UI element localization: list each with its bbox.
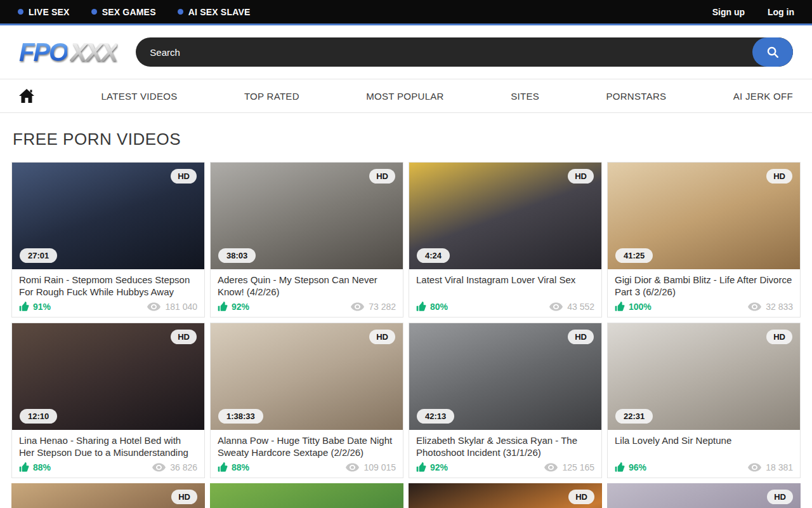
link-label: LIVE SEX bbox=[29, 7, 70, 17]
video-meta: 96% 18 381 bbox=[615, 462, 793, 472]
video-card[interactable]: HD 12:10 Lina Henao - Sharing a Hotel Be… bbox=[11, 323, 205, 478]
login-link[interactable]: Log in bbox=[768, 7, 794, 17]
hd-badge: HD bbox=[369, 330, 395, 344]
video-title: Romi Rain - Stepmom Seduces Stepson For … bbox=[19, 274, 197, 298]
video-thumbnail[interactable]: HD bbox=[409, 483, 602, 508]
views-count: 109 015 bbox=[363, 462, 396, 472]
video-thumbnail[interactable]: HD 38:03 bbox=[211, 163, 403, 269]
rating-value: 80% bbox=[430, 302, 448, 312]
views-count: 125 165 bbox=[562, 462, 594, 472]
hd-badge: HD bbox=[171, 330, 197, 344]
video-title: Gigi Dior & Bambi Blitz - Life After Div… bbox=[615, 274, 793, 298]
video-card[interactable]: HD bbox=[11, 483, 205, 508]
video-thumbnail[interactable]: HD 27:01 bbox=[12, 163, 204, 269]
duration-badge: 27:01 bbox=[20, 248, 57, 263]
video-card[interactable]: HD 42:13 Elizabeth Skylar & Jessica Ryan… bbox=[409, 323, 602, 478]
video-thumbnail[interactable]: HD 22:31 bbox=[608, 323, 800, 430]
video-card[interactable]: HD bbox=[607, 483, 801, 508]
video-info: Aderes Quin - My Stepson Can Never Know!… bbox=[211, 269, 403, 317]
link-live-sex[interactable]: LIVE SEX bbox=[18, 7, 70, 17]
video-grid-partial: HD HD HD bbox=[11, 483, 801, 508]
eye-icon bbox=[748, 463, 761, 472]
views: 181 040 bbox=[147, 302, 197, 312]
video-thumbnail[interactable]: HD 4:24 bbox=[409, 163, 601, 269]
link-ai-sex-slave[interactable]: AI SEX SLAVE bbox=[178, 7, 251, 17]
rating-value: 92% bbox=[232, 302, 249, 312]
search-icon bbox=[766, 45, 780, 59]
search-input[interactable] bbox=[136, 37, 752, 67]
hd-badge: HD bbox=[568, 490, 594, 504]
thumbs-up-icon bbox=[615, 302, 625, 312]
views: 43 552 bbox=[549, 302, 594, 312]
views: 36 826 bbox=[152, 462, 197, 472]
rating-value: 100% bbox=[629, 302, 652, 312]
video-title: Aderes Quin - My Stepson Can Never Know!… bbox=[218, 274, 396, 298]
account-links: Sign up Log in bbox=[712, 7, 794, 17]
video-title: Alanna Pow - Huge Titty Babe Date Night … bbox=[218, 435, 396, 459]
duration-badge: 41:25 bbox=[615, 248, 653, 263]
nav-sites[interactable]: SITES bbox=[511, 91, 539, 102]
video-card[interactable]: HD 22:31 Lila Lovely And Sir Neptune 96% bbox=[607, 323, 801, 478]
eye-icon bbox=[147, 302, 160, 311]
video-thumbnail[interactable]: HD 42:13 bbox=[409, 323, 601, 430]
eye-icon bbox=[346, 463, 359, 472]
video-thumbnail[interactable]: HD bbox=[11, 483, 205, 508]
eye-icon bbox=[549, 302, 563, 311]
video-title: Elizabeth Skylar & Jessica Ryan - The Ph… bbox=[416, 435, 594, 459]
video-title: Latest Viral Instagram Lover Viral Sex bbox=[416, 274, 594, 298]
video-info: Gigi Dior & Bambi Blitz - Life After Div… bbox=[608, 269, 800, 317]
nav-top-rated[interactable]: TOP RATED bbox=[244, 91, 299, 102]
video-thumbnail[interactable]: HD 1:38:33 bbox=[211, 323, 403, 430]
views-count: 43 552 bbox=[567, 302, 594, 312]
video-card[interactable] bbox=[210, 483, 403, 508]
logo-text-xxx: XXX bbox=[70, 38, 117, 67]
nav-ai-jerk-off[interactable]: AI JERK OFF bbox=[733, 91, 793, 102]
video-card[interactable]: HD 27:01 Romi Rain - Stepmom Seduces Ste… bbox=[11, 162, 205, 318]
hd-badge: HD bbox=[766, 330, 792, 344]
video-card[interactable]: HD bbox=[409, 483, 602, 508]
video-info: Elizabeth Skylar & Jessica Ryan - The Ph… bbox=[409, 430, 601, 478]
site-logo[interactable]: FPO XXX bbox=[19, 38, 117, 67]
thumbs-up-icon bbox=[218, 302, 228, 312]
nav-pornstars[interactable]: PORNSTARS bbox=[606, 91, 666, 102]
eye-icon bbox=[152, 463, 166, 472]
rating: 88% bbox=[218, 462, 249, 472]
signup-link[interactable]: Sign up bbox=[712, 7, 745, 17]
link-sex-games[interactable]: SEX GAMES bbox=[91, 7, 156, 17]
video-card[interactable]: HD 41:25 Gigi Dior & Bambi Blitz - Life … bbox=[607, 162, 801, 318]
thumbs-up-icon bbox=[19, 462, 29, 472]
rating: 80% bbox=[416, 302, 448, 312]
rating: 91% bbox=[19, 302, 51, 312]
nav-home[interactable] bbox=[19, 89, 34, 103]
nav-most-popular[interactable]: MOST POPULAR bbox=[366, 91, 444, 102]
duration-badge: 38:03 bbox=[218, 248, 256, 263]
bullet-icon bbox=[178, 9, 183, 15]
video-info: Lila Lovely And Sir Neptune 96% bbox=[608, 430, 800, 478]
video-thumbnail[interactable]: HD bbox=[607, 483, 801, 508]
link-label: SEX GAMES bbox=[102, 7, 156, 17]
hd-badge: HD bbox=[766, 169, 792, 184]
search-button[interactable] bbox=[752, 37, 793, 67]
hd-badge: HD bbox=[171, 490, 197, 504]
video-card[interactable]: HD 4:24 Latest Viral Instagram Lover Vir… bbox=[409, 162, 602, 318]
video-thumbnail[interactable]: HD 41:25 bbox=[608, 163, 800, 269]
views: 32 833 bbox=[748, 302, 793, 312]
views-count: 181 040 bbox=[165, 302, 197, 312]
top-bar-links: LIVE SEX SEX GAMES AI SEX SLAVE bbox=[18, 7, 251, 17]
video-card[interactable]: HD 38:03 Aderes Quin - My Stepson Can Ne… bbox=[210, 162, 403, 318]
eye-icon bbox=[544, 463, 558, 472]
video-title: Lila Lovely And Sir Neptune bbox=[615, 435, 793, 459]
rating: 92% bbox=[218, 302, 249, 312]
video-card[interactable]: HD 1:38:33 Alanna Pow - Huge Titty Babe … bbox=[210, 323, 403, 478]
main-nav: LATEST VIDEOS TOP RATED MOST POPULAR SIT… bbox=[0, 79, 812, 113]
rating-value: 88% bbox=[33, 462, 51, 472]
video-thumbnail[interactable]: HD 12:10 bbox=[12, 323, 204, 430]
video-info: Romi Rain - Stepmom Seduces Stepson For … bbox=[12, 269, 204, 317]
video-thumbnail[interactable] bbox=[210, 483, 403, 508]
thumbs-up-icon bbox=[416, 462, 426, 472]
link-label: AI SEX SLAVE bbox=[188, 7, 251, 17]
hd-badge: HD bbox=[568, 169, 594, 184]
hd-badge: HD bbox=[369, 169, 395, 184]
rating: 88% bbox=[19, 462, 51, 472]
nav-latest-videos[interactable]: LATEST VIDEOS bbox=[101, 91, 177, 102]
